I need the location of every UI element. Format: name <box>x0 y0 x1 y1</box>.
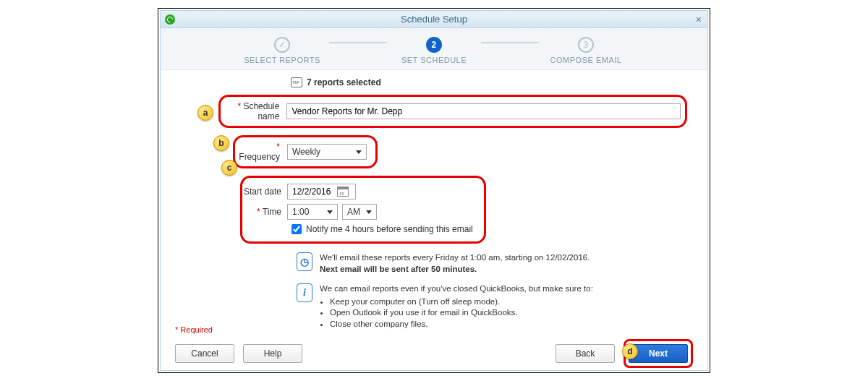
screenshot-frame: Schedule Setup × SELECT REPORTS 2 SET SC… <box>158 8 710 373</box>
chevron-down-icon <box>366 210 372 214</box>
dialog-title: Schedule Setup <box>161 14 707 25</box>
step1-circle-check-icon <box>274 37 290 53</box>
notify-checkbox-row: Notify me 4 hours before sending this em… <box>292 224 477 234</box>
schedule-setup-dialog: Schedule Setup × SELECT REPORTS 2 SET SC… <box>160 10 708 371</box>
highlight-group-b: * Frequency Weekly <box>233 135 378 168</box>
step-select-reports: SELECT REPORTS <box>235 37 329 64</box>
annotation-callout-c: c <box>221 160 237 176</box>
time-value: 1:00 <box>292 207 309 217</box>
step2-label: SET SCHEDULE <box>401 56 467 64</box>
close-icon[interactable]: × <box>696 14 702 25</box>
ampm-select[interactable]: AM <box>342 204 377 220</box>
reports-selected-row: 7 reports selected <box>291 77 693 87</box>
step1-label: SELECT REPORTS <box>244 56 320 64</box>
chevron-down-icon <box>356 150 362 154</box>
pdf-icon <box>291 77 302 87</box>
frequency-value: Weekly <box>292 147 320 157</box>
start-date-input[interactable] <box>287 184 356 200</box>
highlight-group-c: Start date * Time 1:00 <box>240 176 486 244</box>
annotation-callout-b: b <box>213 135 229 151</box>
tip-item: Keep your computer on (Turn off sleep mo… <box>330 296 593 308</box>
start-date-label: Start date <box>242 187 287 197</box>
schedule-name-input[interactable] <box>286 103 681 119</box>
tip-item: Close other company files. <box>330 319 593 330</box>
schedule-name-row: * Schedule name <box>221 101 681 121</box>
info-icon <box>297 283 312 302</box>
tips-block: We can email reports even if you've clos… <box>297 283 693 330</box>
notify-checkbox[interactable] <box>292 224 302 234</box>
step3-label: COMPOSE EMAIL <box>550 56 622 64</box>
frequency-label: * Frequency <box>235 142 287 162</box>
back-button[interactable]: Back <box>556 344 615 363</box>
schedule-name-label: * Schedule name <box>221 101 286 121</box>
tips-intro: We can email reports even if you've clos… <box>320 283 593 295</box>
step-set-schedule: 2 SET SCHEDULE <box>387 37 481 64</box>
titlebar: Schedule Setup × <box>161 11 707 28</box>
step-connector <box>481 42 539 43</box>
schedule-summary-line: We'll email these reports every Friday a… <box>320 252 590 264</box>
clock-icon <box>297 252 312 271</box>
dialog-content: 7 reports selected * Schedule name * Fre… <box>161 70 707 337</box>
annotation-callout-a: a <box>197 105 213 121</box>
help-button[interactable]: Help <box>243 344 302 363</box>
frequency-select[interactable]: Weekly <box>287 144 367 160</box>
step2-circle: 2 <box>426 37 442 53</box>
step-compose-email: 3 COMPOSE EMAIL <box>539 37 633 64</box>
cancel-button[interactable]: Cancel <box>175 344 234 363</box>
start-date-text[interactable] <box>292 187 334 197</box>
step-connector <box>329 42 387 43</box>
highlight-group-a: * Schedule name <box>218 95 687 128</box>
next-email-line: Next email will be sent after 50 minutes… <box>320 264 590 275</box>
tip-item: Open Outlook if you use it for email in … <box>330 307 593 319</box>
frequency-row: * Frequency Weekly <box>235 142 371 162</box>
start-date-row: Start date <box>242 184 477 200</box>
ampm-value: AM <box>347 207 360 217</box>
wizard-stepper: SELECT REPORTS 2 SET SCHEDULE 3 COMPOSE … <box>161 28 707 70</box>
time-row: * Time 1:00 AM <box>242 204 477 220</box>
chevron-down-icon <box>327 210 333 214</box>
reports-selected-text: 7 reports selected <box>307 77 381 87</box>
annotation-callout-d: d <box>622 343 638 359</box>
calendar-icon[interactable] <box>337 187 349 197</box>
step3-circle: 3 <box>578 37 594 53</box>
notify-label: Notify me 4 hours before sending this em… <box>306 224 473 234</box>
required-note: * Required <box>175 325 213 334</box>
tips-list: Keep your computer on (Turn off sleep mo… <box>330 296 593 330</box>
time-select[interactable]: 1:00 <box>287 204 338 220</box>
time-label: * Time <box>242 207 287 217</box>
schedule-summary-block: We'll email these reports every Friday a… <box>297 252 693 275</box>
